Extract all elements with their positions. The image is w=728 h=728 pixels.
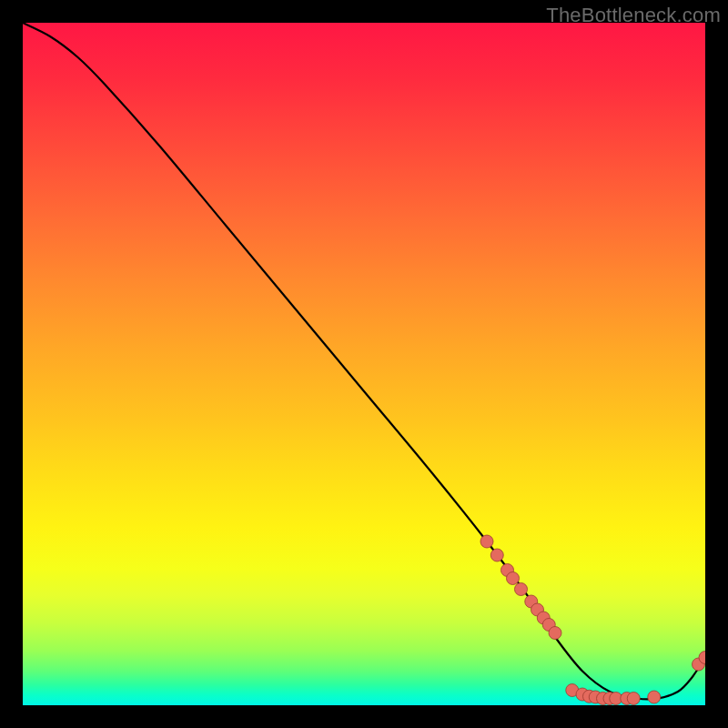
data-point [648, 691, 661, 703]
plot-area [23, 23, 705, 705]
data-point [490, 549, 503, 561]
curve-line [23, 23, 705, 699]
watermark-text: TheBottleneck.com [546, 4, 721, 27]
chart-root: TheBottleneck.com [0, 0, 728, 728]
data-point [507, 572, 520, 585]
data-point [549, 627, 561, 640]
chart-svg [23, 23, 705, 705]
data-point [515, 583, 528, 596]
data-point [627, 693, 640, 705]
data-point [480, 535, 493, 548]
